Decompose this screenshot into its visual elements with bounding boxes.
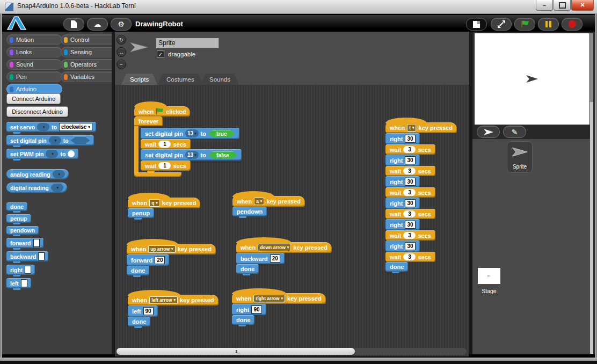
key-dropdown[interactable]: left arrow▾ — [149, 296, 178, 304]
script-key-t[interactable]: whent▾key pressedright30wait3secsright30… — [385, 117, 457, 272]
block-when-key-pressed[interactable]: whendown arrow▾key pressed — [236, 242, 332, 253]
presentation-mode-button[interactable] — [491, 18, 512, 31]
dropdown-input[interactable]: clockwise▾ — [59, 123, 92, 131]
stage-size-button[interactable] — [466, 18, 487, 31]
dropdown-slot[interactable]: ▾ — [53, 170, 65, 178]
maximize-button[interactable] — [554, 0, 571, 11]
category-motion[interactable]: Motion — [6, 34, 62, 45]
block-when-key-pressed[interactable]: whenq▾key pressed — [128, 198, 200, 208]
number-slot[interactable]: 3 — [403, 146, 416, 153]
number-slot[interactable]: 1 — [158, 141, 171, 148]
key-dropdown[interactable]: a▾ — [254, 198, 264, 205]
block-right[interactable]: right90 — [232, 304, 266, 315]
number-input[interactable]: 90 — [143, 307, 154, 315]
block-when-key-pressed[interactable]: whena▾key pressed — [232, 196, 305, 207]
category-variables[interactable]: Variables — [61, 71, 117, 82]
block-analog-reading[interactable]: analog reading▾ — [6, 169, 69, 179]
block-set-digital-pin[interactable]: set digital pin▾to — [6, 135, 94, 145]
dropdown-slot[interactable]: ▾ — [49, 136, 61, 144]
block-set-digital-pin[interactable]: set digital pin13▾totrue — [141, 128, 239, 139]
block-left[interactable]: left90 — [128, 305, 158, 317]
tab-sounds[interactable]: Sounds — [201, 74, 239, 85]
dropdown-slot[interactable]: ▾ — [51, 184, 63, 192]
dropdown-slot[interactable]: ▾ — [46, 150, 58, 158]
number-input[interactable]: 90 — [251, 305, 261, 314]
snap-logo[interactable] — [5, 16, 27, 33]
block-wait[interactable]: wait3secs — [385, 209, 435, 219]
block-set-digital-pin[interactable]: set digital pin13▾tofalse — [141, 149, 242, 161]
sprite-corral-item[interactable]: Sprite — [507, 141, 533, 173]
block-right[interactable]: right30 — [385, 219, 420, 230]
block-right[interactable]: right30 — [385, 176, 420, 187]
value-slot[interactable] — [68, 150, 75, 157]
number-input[interactable]: 30 — [405, 242, 415, 250]
key-dropdown[interactable]: right arrow▾ — [253, 295, 285, 302]
block-right[interactable]: right30 — [385, 155, 420, 166]
key-dropdown[interactable]: up arrow▾ — [148, 245, 175, 253]
block-right[interactable]: right — [6, 265, 35, 275]
block-right[interactable]: right30 — [385, 198, 420, 209]
block-wait[interactable]: wait1secs — [141, 161, 191, 171]
boolean-value[interactable]: true — [208, 130, 235, 137]
block-backward[interactable]: backward20 — [236, 253, 285, 264]
number-input[interactable]: 30 — [405, 178, 415, 186]
block-left[interactable]: left — [6, 278, 31, 288]
block-wait[interactable]: wait3secs — [385, 252, 435, 262]
block-when-key-pressed[interactable]: whenup arrow▾key pressed — [127, 244, 216, 254]
number-slot[interactable]: 3 — [403, 189, 416, 196]
block-done[interactable]: done — [236, 264, 259, 274]
script-key-left[interactable]: whenleft arrow▾key pressedleft90done — [128, 289, 219, 326]
script-key-right[interactable]: whenright arrow▾key pressedright90done — [232, 288, 326, 325]
category-operators[interactable]: Operators — [61, 59, 117, 70]
block-digital-reading[interactable]: digital reading▾ — [6, 183, 67, 193]
rotate-freely-button[interactable]: ↻ — [117, 35, 126, 45]
scripts-pane[interactable]: whenclickedforeverset digital pin13▾totr… — [115, 85, 469, 356]
block-penup[interactable]: penup — [128, 208, 154, 218]
block-wait[interactable]: wait3secs — [385, 144, 435, 155]
close-button[interactable]: ✕ — [571, 0, 594, 11]
block-forever[interactable]: forever — [134, 117, 163, 126]
minimize-button[interactable]: – — [536, 0, 553, 11]
draggable-checkbox[interactable]: ✓ — [157, 50, 164, 58]
category-sensing[interactable]: Sensing — [61, 47, 117, 57]
category-control[interactable]: Control — [61, 34, 117, 45]
key-dropdown[interactable]: t▾ — [407, 124, 416, 132]
text-slot[interactable] — [25, 266, 31, 274]
disconnect-arduino-button[interactable]: Disconnect Arduino — [6, 106, 68, 117]
block-when-flag-clicked[interactable]: whenclicked — [134, 106, 190, 117]
dropdown-slot[interactable]: 13▾ — [185, 129, 199, 137]
block-when-key-pressed[interactable]: whenright arrow▾key pressed — [232, 293, 326, 304]
text-slot[interactable] — [38, 252, 45, 260]
pause-button[interactable] — [538, 18, 559, 31]
tab-costumes[interactable]: Costumes — [158, 74, 203, 85]
settings-menu-button[interactable]: ⚙ — [111, 18, 132, 31]
number-input[interactable]: 30 — [405, 156, 415, 164]
block-set-pwm-pin[interactable]: set PWM pin▾to — [6, 149, 78, 159]
category-arduino[interactable]: Arduino — [6, 84, 62, 94]
number-slot[interactable]: 1 — [158, 162, 171, 169]
boolean-slot[interactable] — [71, 137, 90, 144]
stage-sprite-arrow[interactable] — [526, 75, 538, 83]
script-key-up[interactable]: whenup arrow▾key pressedforward20done — [127, 238, 216, 275]
file-menu-button[interactable] — [63, 18, 84, 31]
block-forward[interactable]: forward20 — [127, 254, 169, 266]
block-wait[interactable]: wait1secs — [141, 139, 191, 149]
rotate-none-button[interactable]: − — [117, 60, 126, 69]
block-wait[interactable]: wait3secs — [385, 187, 435, 198]
block-pendown[interactable]: pendown — [6, 226, 39, 235]
connect-arduino-button[interactable]: Connect Arduino — [6, 93, 61, 104]
number-slot[interactable]: 3 — [403, 232, 416, 239]
number-slot[interactable]: 3 — [403, 253, 416, 260]
number-input[interactable]: 30 — [405, 199, 415, 207]
horizontal-scrollbar[interactable] — [117, 348, 355, 355]
block-when-key-pressed[interactable]: whenleft arrow▾key pressed — [128, 295, 219, 305]
number-input[interactable]: 20 — [270, 254, 280, 263]
text-slot[interactable] — [33, 239, 40, 247]
dropdown-slot[interactable]: 13▾ — [185, 151, 199, 159]
new-turtle-button[interactable] — [477, 126, 500, 138]
stage-scrollbar[interactable] — [590, 33, 593, 102]
rotate-flip-button[interactable]: ↔ — [117, 47, 126, 57]
block-right[interactable]: right30 — [385, 133, 420, 144]
number-input[interactable]: 30 — [405, 135, 415, 143]
boolean-value[interactable]: false — [208, 151, 237, 159]
